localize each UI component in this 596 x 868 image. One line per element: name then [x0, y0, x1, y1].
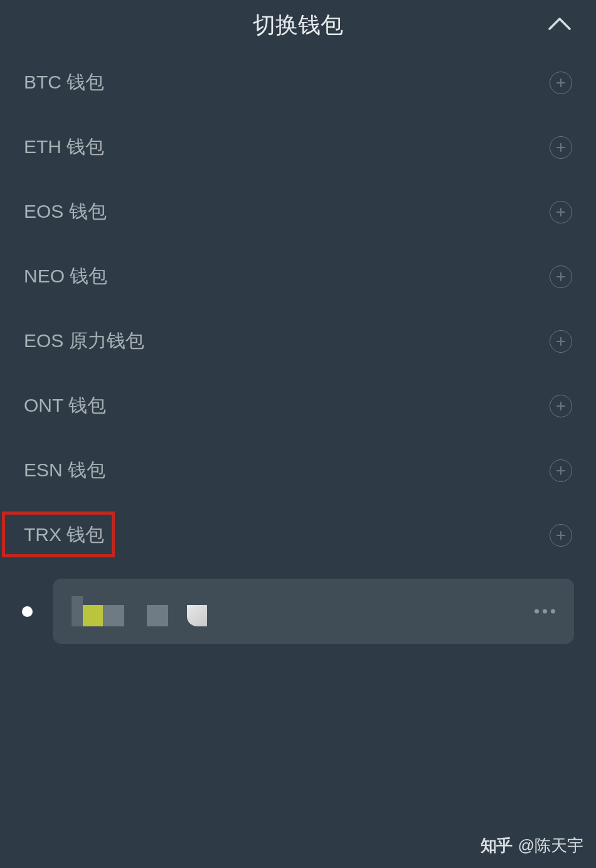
wallet-card-content [72, 596, 207, 626]
wallet-label: TRX 钱包 [24, 522, 104, 548]
add-wallet-button[interactable] [550, 330, 572, 353]
redacted-block [187, 605, 207, 626]
wallet-label: ESN 钱包 [24, 458, 105, 483]
wallet-item-btc[interactable]: BTC 钱包 [0, 50, 596, 115]
add-wallet-button[interactable] [550, 201, 572, 223]
wallet-item-eos[interactable]: EOS 钱包 [0, 179, 596, 244]
wallet-label: ETH 钱包 [24, 134, 104, 160]
wallet-label: EOS 钱包 [24, 199, 107, 225]
add-wallet-button[interactable] [550, 459, 572, 482]
header: 切换钱包 [0, 0, 596, 50]
add-wallet-button[interactable] [550, 395, 572, 417]
wallet-label: EOS 原力钱包 [24, 328, 144, 354]
watermark: 知乎 @陈天宇 [481, 835, 583, 857]
add-wallet-button[interactable] [550, 524, 572, 547]
wallet-item-eth[interactable]: ETH 钱包 [0, 115, 596, 179]
more-icon[interactable] [535, 609, 555, 614]
redacted-block [103, 605, 124, 626]
wallet-item-eos-force[interactable]: EOS 原力钱包 [0, 309, 596, 373]
redacted-block [147, 605, 168, 626]
chevron-up-icon[interactable] [547, 16, 572, 34]
wallet-item-neo[interactable]: NEO 钱包 [0, 244, 596, 309]
wallet-item-esn[interactable]: ESN 钱包 [0, 438, 596, 503]
radio-selected-icon[interactable] [22, 606, 33, 617]
wallet-item-ont[interactable]: ONT 钱包 [0, 373, 596, 438]
wallet-card[interactable] [53, 579, 574, 644]
wallet-label: NEO 钱包 [24, 264, 107, 289]
zhihu-logo: 知乎 [481, 835, 512, 857]
watermark-author: @陈天宇 [518, 835, 583, 857]
wallet-label: BTC 钱包 [24, 70, 104, 95]
wallet-list: BTC 钱包 ETH 钱包 EOS 钱包 NEO 钱包 EOS 原力钱包 ONT… [0, 50, 596, 567]
redacted-block [72, 596, 83, 626]
wallet-label: ONT 钱包 [24, 393, 106, 419]
redacted-block [83, 605, 103, 626]
add-wallet-button[interactable] [550, 265, 572, 288]
wallet-item-trx[interactable]: TRX 钱包 [0, 503, 596, 567]
add-wallet-button[interactable] [550, 136, 572, 159]
add-wallet-button[interactable] [550, 72, 572, 94]
page-title: 切换钱包 [253, 10, 343, 41]
selected-wallet-row [22, 579, 574, 644]
